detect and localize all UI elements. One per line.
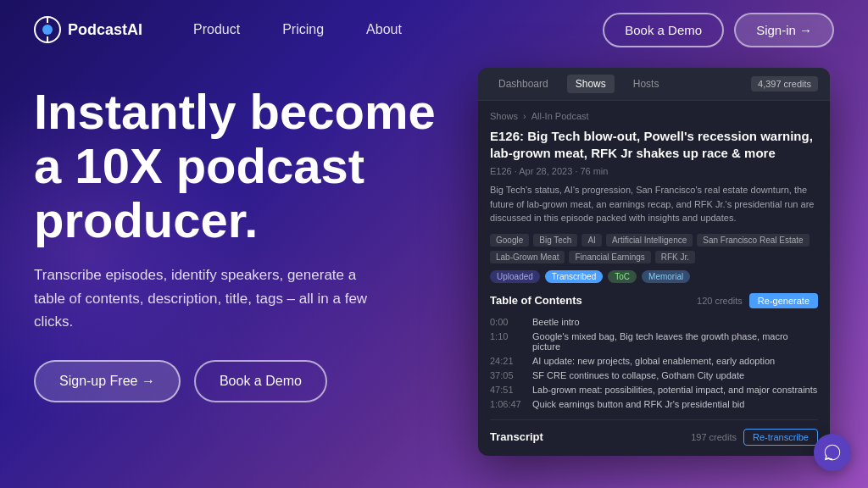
- logo-icon: [34, 16, 61, 43]
- toc-time: 1:10: [490, 331, 524, 352]
- signup-button[interactable]: Sign-up Free →: [34, 360, 181, 402]
- transcript-row: Transcript 197 credits Re-transcribe: [490, 419, 818, 446]
- tags-row: Google Big Tech AI Artificial Intelligen…: [490, 234, 818, 263]
- toc-item: 1:10 Google's mixed bag, Big tech leaves…: [490, 331, 818, 352]
- book-demo-nav-button[interactable]: Book a Demo: [603, 13, 724, 47]
- tag-artificial-intelligence[interactable]: Artificial Intelligence: [606, 234, 693, 247]
- transcript-meta: 197 credits Re-transcribe: [691, 429, 818, 446]
- toc-time: 0:00: [490, 317, 524, 327]
- nav-links: Product Pricing About: [193, 22, 603, 37]
- breadcrumb-shows[interactable]: Shows: [490, 111, 518, 121]
- tab-dashboard[interactable]: Dashboard: [490, 75, 557, 93]
- logo[interactable]: PodcastAI: [34, 16, 142, 43]
- logo-text: PodcastAI: [68, 21, 142, 39]
- tag-rfk[interactable]: RFK Jr.: [655, 251, 695, 263]
- app-window: Dashboard Shows Hosts 4,397 credits Show…: [478, 68, 830, 456]
- app-topbar: Dashboard Shows Hosts 4,397 credits: [478, 68, 830, 101]
- nav-actions: Book a Demo Sign-in →: [603, 13, 834, 47]
- tab-shows[interactable]: Shows: [567, 75, 615, 93]
- tag-bigtech[interactable]: Big Tech: [533, 234, 577, 247]
- tag-labgrown[interactable]: Lab-Grown Meat: [490, 251, 565, 263]
- toc-time: 37:05: [490, 370, 524, 380]
- svg-point-1: [42, 25, 53, 35]
- episode-description: Big Tech's status, AI's progression, San…: [490, 183, 818, 225]
- chat-icon: [823, 443, 842, 462]
- toc-credits: 120 credits: [697, 296, 743, 306]
- book-demo-hero-button[interactable]: Book a Demo: [194, 360, 327, 402]
- toc-text: Lab-grown meat: possibilities, potential…: [532, 385, 817, 395]
- app-body: Shows › All-In Podcast E126: Big Tech bl…: [478, 101, 830, 456]
- regenerate-button[interactable]: Re-generate: [749, 293, 818, 308]
- toc-meta: 120 credits Re-generate: [697, 293, 818, 308]
- retranscribe-button[interactable]: Re-transcribe: [743, 429, 818, 446]
- pill-uploaded: Uploaded: [490, 270, 540, 283]
- toc-text: Google's mixed bag, Big tech leaves the …: [532, 331, 818, 352]
- toc-text: SF CRE continues to collapse, Gotham Cit…: [532, 370, 744, 380]
- tag-sf-real-estate[interactable]: San Francisco Real Estate: [697, 234, 809, 247]
- tag-financial[interactable]: Financial Earnings: [569, 251, 650, 263]
- hero-left: Instantly become a 10X podcast producer.…: [34, 76, 453, 402]
- hero-subtitle: Transcribe episodes, identify speakers, …: [34, 263, 390, 333]
- hero-title: Instantly become a 10X podcast producer.: [34, 85, 453, 247]
- credits-value: 4,397 credits: [758, 79, 811, 89]
- toc-item: 0:00 Beetle intro: [490, 317, 818, 327]
- transcript-credits: 197 credits: [691, 432, 737, 442]
- toc-text: Quick earnings button and RFK Jr's presi…: [532, 399, 744, 409]
- toc-title: Table of Contents: [490, 294, 582, 307]
- chat-bubble[interactable]: [814, 434, 851, 471]
- hero-right: Dashboard Shows Hosts 4,397 credits Show…: [478, 68, 834, 456]
- toc-header: Table of Contents 120 credits Re-generat…: [490, 293, 818, 308]
- credits-badge: 4,397 credits: [751, 76, 818, 92]
- nav-product[interactable]: Product: [193, 22, 240, 37]
- toc-item: 47:51 Lab-grown meat: possibilities, pot…: [490, 385, 818, 395]
- hero-buttons: Sign-up Free → Book a Demo: [34, 360, 453, 402]
- breadcrumb-podcast[interactable]: All-In Podcast: [531, 111, 589, 121]
- navigation: PodcastAI Product Pricing About Book a D…: [0, 0, 868, 59]
- toc-item: 1:06:47 Quick earnings button and RFK Jr…: [490, 399, 818, 409]
- pill-memorial: Memorial: [642, 270, 690, 283]
- tab-hosts[interactable]: Hosts: [625, 75, 668, 93]
- toc-items: 0:00 Beetle intro 1:10 Google's mixed ba…: [490, 317, 818, 409]
- episode-meta: E126 · Apr 28, 2023 · 76 min: [490, 166, 818, 176]
- nav-about[interactable]: About: [366, 22, 402, 37]
- transcript-title: Transcript: [490, 430, 543, 443]
- nav-pricing[interactable]: Pricing: [282, 22, 324, 37]
- toc-item: 24:21 AI update: new projects, global en…: [490, 356, 818, 366]
- toc-text: Beetle intro: [532, 317, 580, 327]
- signin-button[interactable]: Sign-in →: [734, 13, 834, 47]
- breadcrumb-sep: ›: [523, 111, 526, 121]
- hero-section: Instantly become a 10X podcast producer.…: [0, 59, 868, 456]
- toc-time: 24:21: [490, 356, 524, 366]
- tag-ai[interactable]: AI: [581, 234, 601, 247]
- status-row: Uploaded Transcribed ToC Memorial: [490, 270, 818, 283]
- toc-time: 47:51: [490, 385, 524, 395]
- toc-item: 37:05 SF CRE continues to collapse, Goth…: [490, 370, 818, 380]
- episode-title: E126: Big Tech blow-out, Powell's recess…: [490, 128, 818, 161]
- toc-time: 1:06:47: [490, 399, 524, 409]
- breadcrumb: Shows › All-In Podcast: [490, 111, 818, 121]
- tag-google[interactable]: Google: [490, 234, 529, 247]
- toc-text: AI update: new projects, global enableme…: [532, 356, 775, 366]
- pill-toc: ToC: [608, 270, 637, 283]
- pill-transcribed: Transcribed: [545, 270, 603, 283]
